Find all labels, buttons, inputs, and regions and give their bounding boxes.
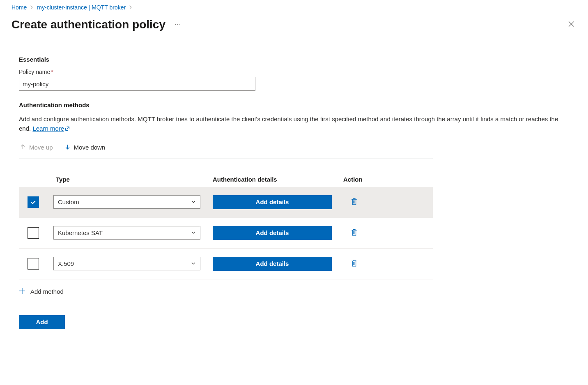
breadcrumb: Home my-cluster-instance | MQTT broker [11,4,577,11]
trash-icon [351,228,358,236]
chevron-down-icon [191,230,196,236]
arrow-down-icon [64,144,71,151]
delete-button[interactable] [349,227,359,239]
breadcrumb-link-cluster[interactable]: my-cluster-instance | MQTT broker [37,4,126,11]
learn-more-link[interactable]: Learn more [32,125,70,132]
column-header-action: Action [343,176,433,183]
table-row: X.509 Add details [19,249,433,279]
policy-name-input[interactable] [19,77,255,91]
auth-methods-table: Type Authentication details Action Custo… [19,172,433,279]
reorder-toolbar: Move up Move down [19,142,570,158]
delete-button[interactable] [349,196,359,208]
plus-icon [19,288,25,295]
trash-icon [351,259,358,267]
chevron-down-icon [191,261,196,267]
checkmark-icon [30,199,37,205]
move-down-button[interactable]: Move down [64,142,106,153]
add-method-button[interactable]: Add method [19,288,570,295]
table-header: Type Authentication details Action [19,172,433,187]
essentials-heading: Essentials [19,56,570,63]
add-details-button[interactable]: Add details [213,195,332,209]
add-details-button[interactable]: Add details [213,226,332,240]
close-icon [568,21,575,28]
type-select[interactable]: X.509 [53,257,200,270]
chevron-right-icon [129,5,133,10]
external-link-icon [65,124,70,134]
arrow-up-icon [20,144,26,151]
row-checkbox[interactable] [28,196,39,208]
add-button[interactable]: Add [19,315,65,329]
page-header: Create authentication policy ··· [11,18,577,31]
add-details-button[interactable]: Add details [213,257,332,271]
auth-methods-heading: Authentication methods [19,101,570,108]
column-header-details: Authentication details [213,176,343,183]
page-title: Create authentication policy [11,18,165,31]
column-header-type: Type [48,176,213,183]
divider [19,158,433,159]
trash-icon [351,198,358,205]
table-row: Custom Add details [19,187,433,218]
more-actions-button[interactable]: ··· [175,21,181,28]
type-select[interactable]: Kubernetes SAT [53,226,200,240]
footer: Add [19,315,570,329]
required-indicator: * [51,69,53,75]
delete-button[interactable] [349,258,359,270]
chevron-right-icon [30,5,34,10]
breadcrumb-link-home[interactable]: Home [11,4,27,11]
auth-methods-description: Add and configure authentication methods… [19,114,570,134]
chevron-down-icon [191,199,196,205]
move-up-button[interactable]: Move up [19,142,54,153]
row-checkbox[interactable] [28,258,39,270]
table-row: Kubernetes SAT Add details [19,218,433,249]
row-checkbox[interactable] [28,227,39,239]
type-select[interactable]: Custom [53,195,200,209]
policy-name-label: Policy name* [19,69,570,75]
close-button[interactable] [566,19,577,30]
